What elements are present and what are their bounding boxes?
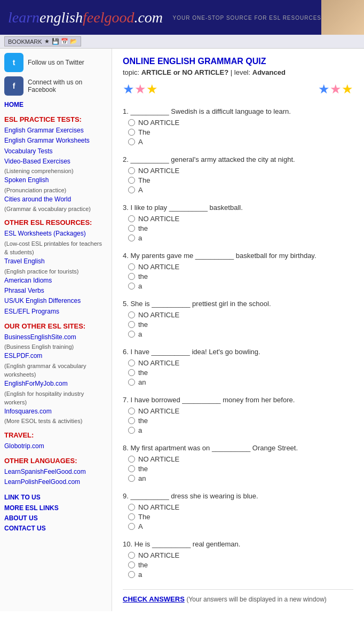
link-to-us[interactable]: LINK TO US (4, 493, 107, 503)
sidebar-item-travel[interactable]: Travel English (4, 256, 107, 267)
question-3-text: 3. I like to play __________ basketball. (123, 204, 353, 212)
question-8: 8. My first apartment was on __________ … (123, 444, 353, 482)
star-2: ★ (134, 82, 146, 97)
sidebar-item-phrasal[interactable]: Phrasal Verbs (4, 286, 107, 296)
bookmark-bar[interactable]: BOOKMARK ★ 💾 📅 📂 (4, 36, 81, 46)
q8-option-1[interactable]: NO ARTICLE (128, 455, 353, 463)
other-esl-title: OTHER ESL RESOURCES: (4, 218, 107, 226)
toolbar: BOOKMARK ★ 💾 📅 📂 (0, 35, 364, 49)
question-6-options: NO ARTICLE the an (123, 359, 353, 386)
q10-option-1[interactable]: NO ARTICLE (128, 551, 353, 559)
logo-english: english (39, 9, 83, 26)
question-7: 7. I have borrowed __________ money from… (123, 396, 353, 434)
logo-learn: learn (8, 9, 39, 26)
question-2-text: 2. __________ general's army attacked th… (123, 155, 353, 163)
about-us-link[interactable]: ABOUT US (4, 513, 107, 524)
star-4: ★ (318, 82, 330, 97)
worksheets-note: (Low-cost ESL printables for teachers & … (4, 240, 102, 255)
check-answers-link[interactable]: CHECK ANSWERS (123, 595, 185, 603)
q2-option-2[interactable]: The (128, 176, 353, 184)
toolbar-icons: 💾 📅 📂 (52, 38, 77, 45)
esl-section-title: ESL PRACTICE TESTS: (4, 115, 107, 123)
bookmark-icon: ★ (44, 38, 50, 45)
q3-option-3[interactable]: a (128, 234, 353, 242)
site-logo: learnenglishfeelgood.com (0, 9, 163, 26)
main-content: ONLINE ENGLISH GRAMMAR QUIZ topic: ARTIC… (112, 49, 364, 611)
q6-option-1[interactable]: NO ARTICLE (128, 359, 353, 367)
logo-com: .com (134, 9, 163, 26)
sidebar-item-myjob[interactable]: EnglishForMyJob.com (4, 379, 107, 389)
sidebar-item-globotrip[interactable]: Globotrip.com (4, 441, 107, 451)
question-3: 3. I like to play __________ basketball.… (123, 204, 353, 242)
q8-option-2[interactable]: the (128, 465, 353, 473)
sidebar-item-business[interactable]: BusinessEnglishSite.com (4, 332, 107, 342)
site-header: learnenglishfeelgood.com YOUR ONE-STOP S… (0, 0, 364, 35)
q2-option-3[interactable]: A (128, 186, 353, 194)
home-link[interactable]: HOME (4, 100, 107, 110)
question-9-text: 9. __________ dress she is wearing is bl… (123, 492, 353, 500)
travel-section-title: TRAVEL: (4, 431, 107, 439)
q10-option-2[interactable]: the (128, 561, 353, 569)
q9-option-3[interactable]: A (128, 522, 353, 530)
q1-option-2[interactable]: The (128, 128, 353, 136)
header-person-image (321, 0, 364, 35)
sidebar-item-vocabulary[interactable]: Vocabulary Tests (4, 146, 107, 157)
q7-option-3[interactable]: a (128, 426, 353, 434)
q9-option-2[interactable]: The (128, 513, 353, 521)
q4-option-1[interactable]: NO ARTICLE (128, 263, 353, 271)
logo-feelgood: feelgood (83, 9, 134, 26)
q1-option-1[interactable]: NO ARTICLE (128, 119, 353, 127)
sidebar-item-infosquares[interactable]: Infosquares.com (4, 407, 107, 417)
check-answers-note: (Your answers will be displayed in a new… (186, 596, 326, 603)
q8-option-3[interactable]: an (128, 474, 353, 482)
sidebar-item-grammar-worksheets[interactable]: English Grammar Worksheets (4, 136, 107, 146)
question-7-text: 7. I have borrowed __________ money from… (123, 396, 353, 404)
q3-option-1[interactable]: NO ARTICLE (128, 215, 353, 223)
facebook-icon: f (4, 76, 23, 96)
sidebar-item-spanish[interactable]: LearnSpanishFeelGood.com (4, 467, 107, 477)
contact-us-link[interactable]: CONTACT US (4, 524, 107, 534)
sidebar-item-cities[interactable]: Cities around the World (4, 194, 107, 205)
pronunciation-note: (Pronunciation practice) (4, 187, 66, 193)
q3-option-2[interactable]: the (128, 224, 353, 232)
sidebar-item-worksheets[interactable]: ESL Worksheets (Packages) (4, 229, 107, 239)
quiz-title: ONLINE ENGLISH GRAMMAR QUIZ (123, 57, 353, 66)
page-layout: t Follow us on Twitter f Connect with us… (0, 49, 364, 611)
star-5: ★ (330, 82, 342, 97)
star-6: ★ (342, 82, 353, 97)
question-2-options: NO ARTICLE The A (123, 167, 353, 194)
sidebar-item-video[interactable]: Video-Based Exercises (4, 157, 107, 167)
q4-option-3[interactable]: a (128, 282, 353, 290)
sidebar-item-polish[interactable]: LearnPolishFeelGood.com (4, 477, 107, 487)
sidebar-item-efl[interactable]: ESL/EFL Programs (4, 307, 107, 317)
q6-option-3[interactable]: an (128, 378, 353, 386)
check-answers-row: CHECK ANSWERS (Your answers will be disp… (123, 589, 353, 603)
q5-option-3[interactable]: a (128, 330, 353, 338)
q10-option-3[interactable]: a (128, 571, 353, 579)
question-2: 2. __________ general's army attacked th… (123, 155, 353, 194)
twitter-icon: t (4, 53, 23, 72)
star-1: ★ (123, 82, 134, 97)
myjob-note: (English for hospitality industry worker… (4, 390, 84, 405)
more-esl-links[interactable]: MORE ESL LINKS (4, 503, 107, 513)
q9-option-1[interactable]: NO ARTICLE (128, 503, 353, 511)
q4-option-2[interactable]: the (128, 272, 353, 280)
topic-label: topic: (123, 68, 139, 76)
q7-option-2[interactable]: the (128, 417, 353, 425)
sidebar-item-eslpdf[interactable]: ESLPDF.com (4, 351, 107, 361)
sidebar-item-usuk[interactable]: US/UK English Differences (4, 296, 107, 306)
q1-option-3[interactable]: A (128, 138, 353, 146)
q2-option-1[interactable]: NO ARTICLE (128, 167, 353, 175)
sidebar-item-spoken[interactable]: Spoken English (4, 175, 107, 185)
sidebar-item-idioms[interactable]: American Idioms (4, 276, 107, 286)
q7-option-1[interactable]: NO ARTICLE (128, 407, 353, 415)
level-label: level: (234, 68, 250, 76)
twitter-item[interactable]: t Follow us on Twitter (4, 53, 107, 72)
facebook-item[interactable]: f Connect with us on Facebook (4, 76, 107, 96)
question-5-text: 5. She is __________ prettiest girl in t… (123, 300, 353, 308)
q6-option-2[interactable]: the (128, 369, 353, 377)
q5-option-1[interactable]: NO ARTICLE (128, 311, 353, 319)
sidebar-item-grammar-exercises[interactable]: English Grammar Exercises (4, 126, 107, 136)
sidebar: t Follow us on Twitter f Connect with us… (0, 49, 112, 611)
q5-option-2[interactable]: the (128, 321, 353, 329)
